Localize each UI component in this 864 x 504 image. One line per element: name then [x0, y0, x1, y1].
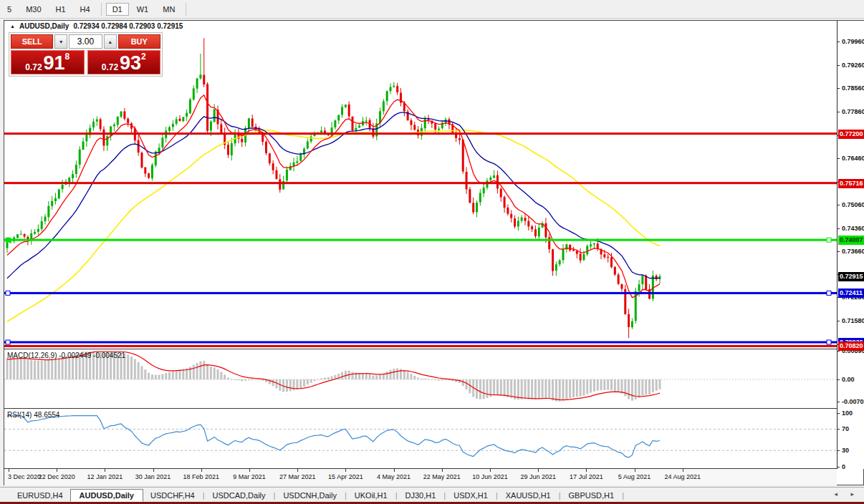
- time-axis-tick: [586, 469, 587, 472]
- time-axis-label: 27 Mar 2021: [279, 473, 316, 480]
- hline-0.70936[interactable]: [4, 341, 837, 344]
- chart-tab-usdx[interactable]: USDX,H1: [446, 489, 495, 502]
- buy-price-prefix: 0.72: [102, 62, 118, 72]
- axis-tick-mark: [837, 351, 840, 352]
- time-axis-label: 18 Feb 2021: [183, 473, 220, 480]
- macd-label: MACD(12,26,9) -0.002449 -0.004521: [7, 352, 125, 359]
- rsi-axis-label: 70: [842, 425, 849, 432]
- chart-tab-dj30[interactable]: DJ30,H1: [398, 489, 443, 502]
- rsi-label: RSI(14) 48.6554: [7, 411, 59, 419]
- price-axis-label: 0.79260: [842, 62, 864, 69]
- time-axis-tick: [635, 469, 635, 472]
- hline-handle-left[interactable]: [6, 340, 10, 344]
- buy-price-button[interactable]: 0.72 93 2: [87, 50, 161, 74]
- timeframe-button-d1[interactable]: D1: [106, 3, 129, 16]
- axis-tick-mark: [837, 429, 840, 430]
- hline-handle-right[interactable]: [827, 291, 831, 295]
- axis-tick-mark: [837, 379, 840, 380]
- chart-tab-ukoil[interactable]: UKOil,H1: [347, 489, 395, 502]
- axis-tick-mark: [837, 321, 840, 321]
- timeframe-button-mn[interactable]: MN: [156, 3, 181, 16]
- hline-handle-right[interactable]: [827, 238, 831, 242]
- axis-tick-mark: [837, 205, 840, 205]
- sell-price-button[interactable]: 0.72 91 8: [11, 50, 85, 74]
- hline-handle-right[interactable]: [827, 340, 831, 344]
- chart-tab-xauusd[interactable]: XAUUSD,H1: [499, 489, 558, 502]
- candlestick-chart: [4, 30, 837, 349]
- price-axis-label: 0.74360: [842, 225, 864, 232]
- buy-price-main: 93: [120, 54, 141, 72]
- time-axis-tick: [490, 469, 491, 472]
- chart-tab-usdcnh[interactable]: USDCNH,Daily: [276, 489, 344, 502]
- timeframe-button-w1[interactable]: W1: [130, 3, 155, 16]
- sell-price-main: 91: [44, 54, 65, 72]
- chart-titlebar: ▲ AUDUSD,Daily 0.72934 0.72984 0.72903 0…: [4, 21, 835, 31]
- price-axis-label: 0.75060: [842, 201, 864, 208]
- time-axis-label: 5 Aug 2021: [618, 473, 651, 480]
- rsi-chart: [4, 410, 837, 468]
- hline-0.74007[interactable]: [4, 239, 837, 241]
- price-axis-label: 0.73660: [842, 248, 864, 255]
- time-axis-label: 22 Dec 2020: [39, 473, 75, 480]
- hline-handle-left[interactable]: [6, 291, 10, 295]
- toolbar-separator: [186, 3, 186, 16]
- rsi-pane[interactable]: RSI(14) 48.6554: [4, 410, 837, 469]
- time-axis-tick: [9, 469, 9, 472]
- volume-input[interactable]: 3.00: [69, 34, 102, 49]
- timeframe-button-5[interactable]: 5: [1, 3, 18, 16]
- hline-0.72411[interactable]: [4, 292, 837, 294]
- axis-tick-mark: [837, 88, 840, 89]
- macd-axis-label: 0.00: [842, 376, 855, 383]
- sell-button[interactable]: SELL: [11, 34, 53, 49]
- price-axis[interactable]: 0.799600.792600.785600.778600.771600.764…: [837, 21, 864, 469]
- axis-tick-mark: [837, 65, 840, 66]
- chart-tab-audusd[interactable]: AUDUSD,Daily: [70, 489, 143, 502]
- time-axis-label: 10 Jun 2021: [472, 473, 508, 480]
- tab-scroll-arrows[interactable]: ◂ ▸: [834, 490, 860, 498]
- volume-decrease-button[interactable]: ▼: [54, 34, 67, 49]
- rsi-axis-label: 0: [842, 463, 845, 470]
- price-level-badge-0.74007: 0.74007: [838, 236, 864, 245]
- volume-increase-button[interactable]: ▲: [104, 34, 117, 49]
- chart-tab-eurusd[interactable]: EURUSD,H4: [10, 489, 70, 502]
- hline-0.77200[interactable]: [4, 132, 837, 135]
- time-axis-label: 3 Dec 2020: [8, 473, 41, 480]
- price-level-badge-0.72411: 0.72411: [838, 289, 864, 298]
- chart-tab-usdcad[interactable]: USDCAD,Daily: [206, 489, 273, 502]
- hline-0.70820[interactable]: [4, 345, 837, 347]
- axis-tick-mark: [837, 158, 840, 159]
- chart-tab-usdchf[interactable]: USDCHF,H4: [143, 489, 202, 502]
- rsi-axis-label: 30: [842, 447, 849, 454]
- timeframe-button-m30[interactable]: M30: [19, 3, 47, 16]
- time-axis-tick: [249, 469, 250, 472]
- tab-separator: |: [559, 491, 561, 500]
- axis-tick-mark: [837, 112, 840, 112]
- axis-tick-mark: [837, 42, 840, 42]
- price-axis-label: 0.78560: [842, 84, 864, 92]
- time-axis-tick: [57, 469, 57, 472]
- axis-tick-mark: [837, 251, 840, 252]
- time-axis-tick: [201, 469, 202, 472]
- macd-pane[interactable]: MACD(12,26,9) -0.002449 -0.004521: [4, 350, 837, 409]
- collapse-trade-panel-icon[interactable]: ▲: [10, 24, 15, 29]
- time-axis[interactable]: 3 Dec 202022 Dec 202012 Jan 202130 Jan 2…: [4, 469, 837, 485]
- rsi-axis-label: 100: [842, 410, 853, 417]
- timeframe-button-h4[interactable]: H4: [74, 3, 97, 16]
- axis-tick-mark: [837, 402, 840, 402]
- time-axis-label: 9 Mar 2021: [233, 473, 266, 480]
- time-axis-tick: [442, 469, 443, 472]
- hline-0.75716[interactable]: [4, 182, 837, 184]
- buy-button[interactable]: BUY: [118, 34, 160, 49]
- hline-handle-left[interactable]: [6, 238, 10, 242]
- trading-platform: 5M30H1H4D1W1MN ▲ AUDUSD,Daily 0.72934 0.…: [0, 0, 864, 504]
- price-pane[interactable]: [4, 30, 837, 349]
- price-level-badge-0.70820: 0.70820: [838, 341, 864, 351]
- timeframe-button-h1[interactable]: H1: [49, 3, 72, 16]
- time-axis-label: 30 Jan 2021: [135, 473, 171, 480]
- sell-price-pip: 8: [65, 52, 70, 62]
- chart-tab-gbpusd[interactable]: GBPUSD,H1: [562, 489, 622, 502]
- tab-separator: |: [203, 491, 205, 500]
- tab-separator: |: [345, 491, 347, 500]
- axis-tick-mark: [837, 450, 840, 451]
- time-axis-tick: [105, 469, 105, 472]
